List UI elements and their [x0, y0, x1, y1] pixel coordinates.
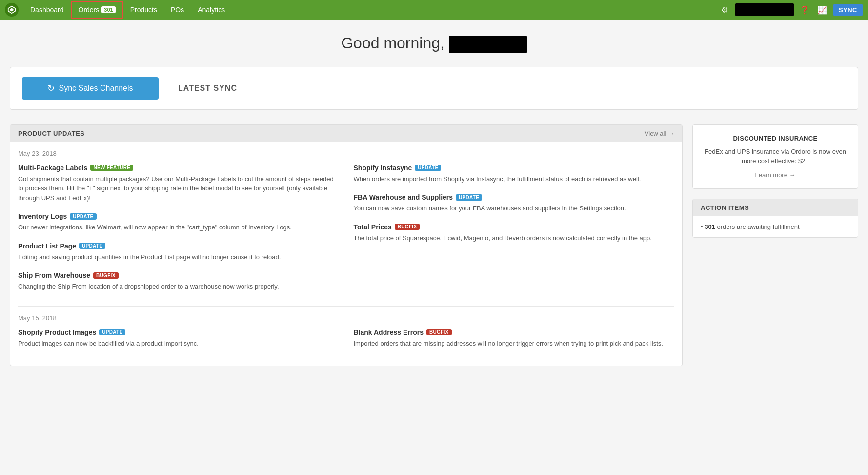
metrics-icon[interactable]: 📈 [815, 3, 829, 17]
sync-panel: ↻ Sync Sales Channels LATEST SYNC [10, 67, 858, 110]
orders-label: orders are awaiting fulfillment [717, 223, 800, 230]
nav-dashboard[interactable]: Dashboard [23, 0, 71, 20]
latest-sync-label: LATEST SYNC [178, 84, 237, 93]
navbar-right: ⚙ ❓ 📈 SYNC [718, 3, 863, 17]
nav-links: Dashboard Orders 301 Products POs Analyt… [23, 0, 718, 20]
badge-update-fba: UPDATE [456, 194, 482, 201]
updates-divider [18, 306, 674, 307]
navbar: Dashboard Orders 301 Products POs Analyt… [0, 0, 868, 20]
main-content: Good morning, ↻ Sync Sales Channels LATE… [0, 20, 868, 381]
insurance-title: DISCOUNTED INSURANCE [703, 135, 848, 142]
updates-right-col-1: Shopify Instasync UPDATE When orders are… [354, 164, 675, 301]
greeting-section: Good morning, [10, 34, 858, 53]
badge-bugfix-prices: BUGFIX [395, 224, 420, 230]
insurance-card: DISCOUNTED INSURANCE FedEx and UPS insur… [692, 124, 858, 189]
user-name-box [735, 3, 794, 16]
updates-body: May 23, 2018 Multi-Package Labels NEW FE… [10, 142, 682, 366]
orders-badge: 301 [101, 6, 115, 13]
update-inventory-logs: Inventory Logs UPDATE Our newer integrat… [18, 212, 339, 232]
nav-pos[interactable]: POs [164, 0, 191, 20]
settings-icon[interactable]: ⚙ [718, 3, 731, 17]
insurance-desc: FedEx and UPS insurance via Ordoro is no… [703, 147, 848, 166]
side-column: DISCOUNTED INSURANCE FedEx and UPS insur… [692, 124, 858, 248]
update-date-2: May 15, 2018 [18, 314, 674, 322]
updates-card: PRODUCT UPDATES View all → May 23, 2018 … [10, 124, 683, 367]
update-date-1: May 23, 2018 [18, 150, 674, 157]
insurance-content: DISCOUNTED INSURANCE FedEx and UPS insur… [693, 125, 858, 188]
action-items-card: ACTION ITEMS • 301 orders are awaiting f… [692, 199, 858, 238]
greeting-text: Good morning, [341, 34, 527, 52]
update-shopify-images: Shopify Product Images UPDATE Product im… [18, 329, 339, 349]
svg-marker-1 [10, 8, 13, 11]
update-ship-from-warehouse: Ship From Warehouse BUGFIX Changing the … [18, 271, 339, 291]
user-greeting-name [449, 36, 527, 53]
view-all-link[interactable]: View all → [645, 130, 674, 137]
update-fba-warehouse: FBA Warehouse and Suppliers UPDATE You c… [354, 193, 675, 213]
nav-orders[interactable]: Orders 301 [71, 1, 123, 19]
update-shopify-instasync: Shopify Instasync UPDATE When orders are… [354, 164, 675, 184]
updates-column: PRODUCT UPDATES View all → May 23, 2018 … [10, 124, 683, 367]
action-items-header: ACTION ITEMS [693, 199, 858, 216]
sync-channels-button[interactable]: ↻ Sync Sales Channels [22, 77, 159, 100]
updates-header: PRODUCT UPDATES View all → [10, 125, 682, 142]
insurance-learn-more-link[interactable]: Learn more → [755, 171, 795, 179]
update-multi-package: Multi-Package Labels NEW FEATURE Got shi… [18, 164, 339, 203]
two-col-layout: PRODUCT UPDATES View all → May 23, 2018 … [10, 124, 858, 367]
badge-bugfix-address: BUGFIX [426, 329, 452, 335]
updates-right-col-2: Blank Address Errors BUGFIX Imported ord… [354, 329, 675, 358]
sync-icon: ↻ [47, 83, 55, 94]
nav-products[interactable]: Products [123, 0, 164, 20]
update-blank-address: Blank Address Errors BUGFIX Imported ord… [354, 329, 675, 349]
updates-left-col-1: Multi-Package Labels NEW FEATURE Got shi… [18, 164, 339, 301]
badge-update-instasync: UPDATE [415, 165, 441, 171]
sync-nav-button[interactable]: SYNC [833, 4, 863, 16]
orders-count: 301 [705, 223, 715, 230]
updates-grid-1: Multi-Package Labels NEW FEATURE Got shi… [18, 164, 674, 301]
update-product-list-page: Product List Page UPDATE Editing and sav… [18, 242, 339, 262]
badge-bugfix-1: BUGFIX [93, 272, 119, 279]
updates-grid-2: Shopify Product Images UPDATE Product im… [18, 329, 674, 358]
help-icon[interactable]: ❓ [798, 3, 811, 17]
badge-update-shopify-img: UPDATE [99, 329, 125, 335]
badge-update-1: UPDATE [70, 213, 96, 220]
updates-title: PRODUCT UPDATES [18, 130, 85, 137]
badge-new-feature: NEW FEATURE [90, 165, 133, 171]
updates-left-col-2: Shopify Product Images UPDATE Product im… [18, 329, 339, 358]
logo[interactable] [5, 3, 19, 17]
badge-update-2: UPDATE [79, 243, 105, 249]
nav-analytics[interactable]: Analytics [191, 0, 232, 20]
update-total-prices: Total Prices BUGFIX The total price of S… [354, 223, 675, 243]
action-items-body: • 301 orders are awaiting fulfillment [693, 216, 858, 237]
